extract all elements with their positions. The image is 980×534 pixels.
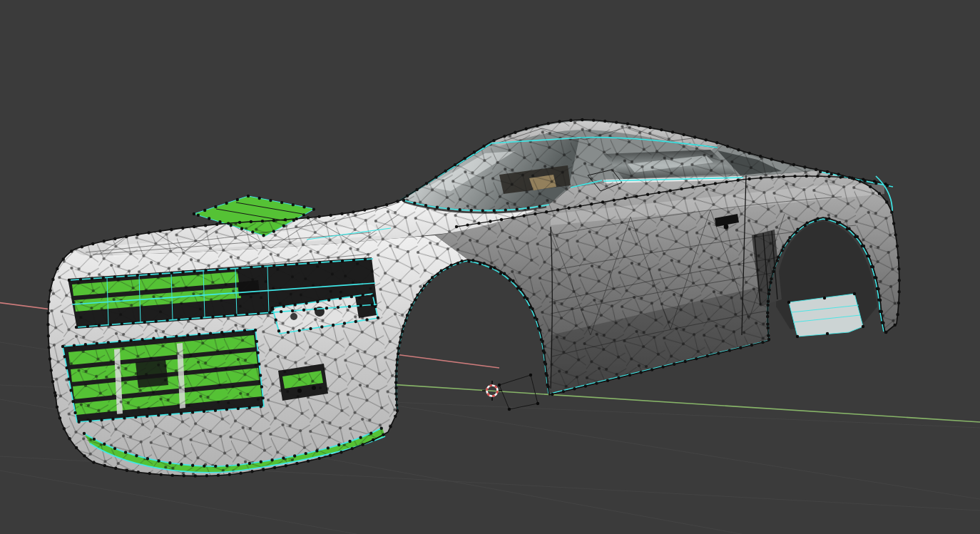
3d-viewport[interactable] <box>0 0 980 534</box>
viewport-canvas[interactable] <box>0 0 980 534</box>
